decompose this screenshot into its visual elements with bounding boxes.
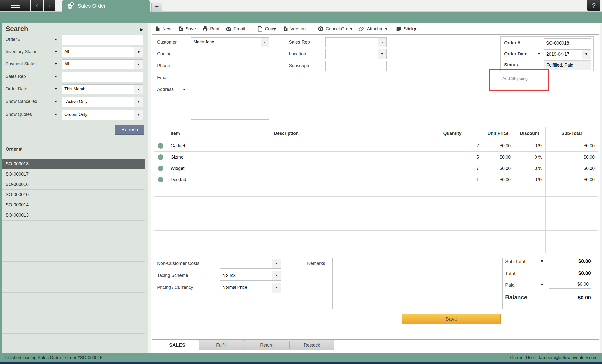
empty-cell[interactable]: [546, 208, 598, 219]
empty-cell[interactable]: [167, 219, 270, 230]
order-date-select[interactable]: 2019-04-17: [544, 49, 591, 59]
quantity-column-header[interactable]: Quantity: [423, 127, 482, 140]
attachment-button[interactable]: Attachment: [359, 26, 390, 32]
description-cell[interactable]: [270, 174, 423, 185]
subtotal-caret-icon[interactable]: [541, 260, 543, 262]
email-input[interactable]: [191, 73, 269, 83]
order-list-item[interactable]: SO-000017: [2, 169, 145, 179]
cancel-order-button[interactable]: Cancel Order: [318, 26, 352, 32]
empty-cell[interactable]: [514, 219, 546, 230]
new-tab-button[interactable]: +: [151, 2, 162, 12]
show-cancelled-select[interactable]: Active Only: [62, 97, 143, 107]
empty-cell[interactable]: [514, 197, 546, 208]
unit-price-cell[interactable]: $0.00: [482, 174, 514, 185]
description-cell[interactable]: [270, 140, 423, 151]
dropdown-zone[interactable]: [582, 50, 591, 59]
empty-cell[interactable]: [482, 231, 514, 242]
forward-button[interactable]: ›: [44, 0, 55, 11]
sales-rep-input[interactable]: [62, 72, 143, 82]
dropdown-zone[interactable]: [378, 49, 386, 59]
quantity-cell[interactable]: 5: [423, 152, 482, 163]
new-button[interactable]: New: [155, 26, 171, 32]
empty-cell[interactable]: [270, 219, 423, 230]
subtotal-column-header[interactable]: Sub-Total: [546, 127, 598, 140]
filter-caret-icon[interactable]: [55, 51, 57, 53]
back-button[interactable]: ‹: [31, 0, 43, 11]
empty-cell[interactable]: [167, 185, 270, 196]
quantity-cell[interactable]: 2: [423, 140, 482, 151]
table-empty-row[interactable]: [154, 231, 598, 242]
empty-cell[interactable]: [270, 208, 423, 219]
save-order-button[interactable]: Save: [402, 314, 501, 324]
empty-cell[interactable]: [514, 242, 546, 253]
tab-sales-order[interactable]: Sales Order: [62, 0, 150, 12]
print-button[interactable]: Print: [202, 26, 219, 32]
empty-cell[interactable]: [154, 208, 167, 219]
inventory-status-select[interactable]: All: [62, 47, 143, 57]
order-number-input[interactable]: [544, 39, 591, 48]
tab-fulfill[interactable]: Fulfill: [199, 340, 244, 350]
filter-caret-icon[interactable]: [55, 63, 57, 65]
payment-status-select[interactable]: All: [62, 59, 143, 69]
empty-cell[interactable]: [514, 185, 546, 196]
unit-price-column-header[interactable]: Unit Price: [482, 127, 514, 140]
tab-return[interactable]: Return: [244, 340, 290, 350]
description-cell[interactable]: [270, 152, 423, 163]
order-list-item[interactable]: SO-000013: [2, 210, 145, 221]
empty-cell[interactable]: [482, 197, 514, 208]
empty-cell[interactable]: [546, 242, 598, 253]
dropdown-zone[interactable]: [261, 38, 269, 47]
dropdown-zone[interactable]: [378, 38, 386, 47]
order-date-select[interactable]: This Month: [62, 84, 143, 94]
copy-button[interactable]: Copy: [257, 26, 275, 32]
table-empty-row[interactable]: [154, 197, 598, 208]
empty-cell[interactable]: [546, 185, 598, 196]
empty-cell[interactable]: [154, 242, 167, 253]
discount-cell[interactable]: 0 %: [514, 140, 546, 151]
empty-cell[interactable]: [482, 242, 514, 253]
dropdown-zone[interactable]: [134, 60, 143, 69]
quantity-cell[interactable]: 1: [423, 174, 482, 185]
item-column-header[interactable]: Item: [167, 127, 270, 140]
filter-caret-icon[interactable]: [55, 114, 57, 115]
item-cell[interactable]: Gadget: [167, 140, 270, 151]
email-button[interactable]: Email: [226, 26, 245, 32]
refresh-button[interactable]: Refresh: [115, 125, 144, 135]
empty-cell[interactable]: [154, 231, 167, 242]
unit-price-cell[interactable]: $0.00: [482, 152, 514, 163]
empty-cell[interactable]: [482, 219, 514, 230]
item-cell[interactable]: Doodad: [167, 174, 270, 185]
main-menu-button[interactable]: [0, 0, 30, 11]
filter-caret-icon[interactable]: [55, 39, 57, 40]
table-empty-row[interactable]: [154, 219, 598, 231]
unit-price-cell[interactable]: $0.00: [482, 140, 514, 151]
empty-cell[interactable]: [154, 219, 167, 230]
item-cell[interactable]: Widget: [167, 163, 270, 174]
filter-caret-icon[interactable]: [55, 88, 57, 90]
table-empty-row[interactable]: [154, 208, 598, 219]
empty-cell[interactable]: [423, 219, 482, 230]
table-row[interactable]: Doodad 1 $0.00 0 % $0.00: [154, 174, 598, 185]
empty-cell[interactable]: [423, 208, 482, 219]
dropdown-zone[interactable]: [272, 259, 281, 268]
paid-input[interactable]: [549, 280, 591, 289]
item-cell[interactable]: Gizmo: [167, 152, 270, 163]
empty-cell[interactable]: [546, 219, 598, 230]
empty-cell[interactable]: [167, 208, 270, 219]
empty-cell[interactable]: [154, 197, 167, 208]
empty-cell[interactable]: [167, 197, 270, 208]
table-row[interactable]: Widget 7 $0.00 0 % $0.00: [154, 163, 598, 174]
contact-input[interactable]: [191, 49, 269, 59]
dropdown-zone[interactable]: [134, 47, 143, 57]
dropdown-zone[interactable]: [272, 271, 281, 280]
paid-caret-icon[interactable]: [541, 284, 543, 286]
sticky-dropdown-caret[interactable]: [414, 28, 417, 30]
empty-cell[interactable]: [482, 185, 514, 196]
filter-caret-icon[interactable]: [55, 76, 57, 77]
location-select[interactable]: [325, 49, 387, 59]
dropdown-zone[interactable]: [134, 85, 143, 94]
order-date-caret-icon[interactable]: [538, 53, 540, 55]
empty-cell[interactable]: [423, 231, 482, 242]
copy-dropdown-caret[interactable]: [274, 28, 276, 30]
pricing-currency-select[interactable]: Normal Price: [220, 283, 281, 293]
